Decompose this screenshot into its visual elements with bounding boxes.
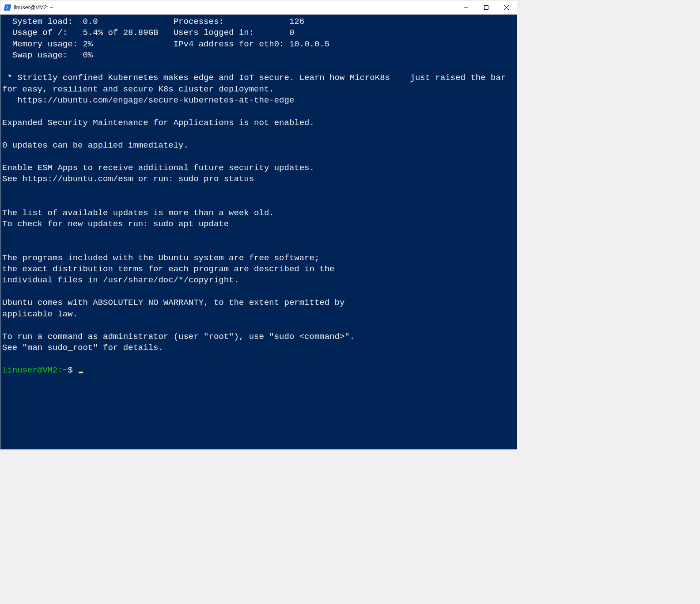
ipv4-value: 10.0.0.5 (289, 39, 329, 49)
maximize-button[interactable] (476, 0, 496, 14)
motd-enable-esm: Enable ESM Apps to receive additional fu… (2, 163, 314, 173)
terminal-output[interactable]: System load: 0.0 Processes: 126 Usage of… (0, 15, 517, 449)
system-load-label: System load: (12, 17, 73, 27)
motd-updates-immediate: 0 updates can be applied immediately. (2, 141, 189, 150)
prompt-path: ~ (63, 365, 68, 375)
users-logged-in-value: 0 (289, 28, 294, 38)
prompt-user-host: linuser@VM2 (2, 365, 57, 375)
users-logged-in-label: Users logged in: (174, 28, 254, 38)
terminal-window: linuser@VM2: ~ System load: 0.0 Processe… (0, 0, 517, 450)
window-controls (456, 0, 517, 14)
motd-sudo2: See "man sudo_root" for details. (2, 343, 163, 353)
motd-free-sw1: The programs included with the Ubuntu sy… (2, 253, 319, 263)
motd-warranty1: Ubuntu comes with ABSOLUTELY NO WARRANTY… (2, 298, 344, 308)
memory-usage-label: Memory usage: (12, 39, 78, 49)
usage-of-label: Usage of /: (12, 28, 68, 38)
prompt-dollar: $ (68, 365, 72, 375)
prompt-colon: : (57, 365, 62, 375)
motd-free-sw3: individual files in /usr/share/doc/*/cop… (2, 275, 239, 285)
svg-rect-1 (484, 5, 488, 9)
motd-kube-url: https://ubuntu.com/engage/secure-kuberne… (2, 95, 294, 105)
svg-rect-0 (7, 9, 9, 9)
ipv4-label: IPv4 address for eth0: (174, 39, 284, 49)
motd-check-updates: To check for new updates run: sudo apt u… (2, 219, 229, 229)
powershell-icon (4, 4, 11, 11)
titlebar-left: linuser@VM2: ~ (0, 4, 456, 11)
motd-sudo1: To run a command as administrator (user … (2, 332, 355, 342)
motd-warranty2: applicable law. (2, 309, 78, 319)
usage-of-value: 5.4% of 28.89GB (83, 28, 158, 38)
cursor (79, 372, 83, 373)
motd-kube: * Strictly confined Kubernetes makes edg… (2, 73, 511, 94)
swap-usage-value: 0% (83, 50, 93, 60)
processes-label: Processes: (174, 17, 224, 27)
minimize-button[interactable] (456, 0, 476, 14)
titlebar[interactable]: linuser@VM2: ~ (0, 0, 517, 15)
window-title: linuser@VM2: ~ (14, 4, 53, 11)
close-button[interactable] (496, 0, 517, 14)
memory-usage-value: 2% (83, 39, 93, 49)
system-load-value: 0.0 (83, 17, 98, 27)
motd-updates-old: The list of available updates is more th… (2, 208, 274, 218)
motd-esm-not-enabled: Expanded Security Maintenance for Applic… (2, 118, 314, 128)
motd-free-sw2: the exact distribution terms for each pr… (2, 264, 335, 274)
motd-see-esm: See https://ubuntu.com/esm or run: sudo … (2, 174, 254, 184)
swap-usage-label: Swap usage: (12, 50, 68, 60)
processes-value: 126 (289, 17, 304, 27)
